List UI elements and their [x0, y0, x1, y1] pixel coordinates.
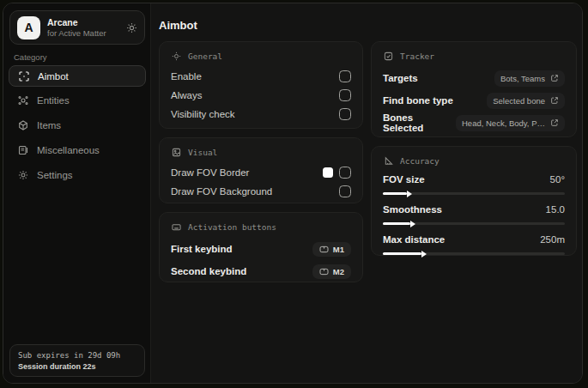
- expand-icon: [550, 118, 559, 127]
- setting-row-smoothness: Smoothness 15.0: [383, 202, 565, 225]
- fov-size-slider[interactable]: [383, 192, 565, 195]
- panel-title: General: [188, 52, 222, 61]
- sidebar-item-label: Entities: [37, 95, 70, 106]
- setting-row-targets: Targets Bots, Teams: [383, 67, 565, 89]
- setting-row-fov-size: FOV size 50°: [383, 172, 565, 195]
- select-value: Bots, Teams: [500, 74, 545, 83]
- panel-visual: Visual Draw FOV Border Draw FOV Backgrou…: [159, 137, 363, 203]
- fov-size-value: 50°: [550, 174, 565, 185]
- sidebar: A Arcane for Active Matter Category: [3, 3, 151, 383]
- list-book-icon: [17, 145, 28, 156]
- panel-tracker-header: Tracker: [383, 51, 565, 62]
- bones-selected-select[interactable]: Head, Neck, Body, Pe…: [456, 115, 565, 131]
- second-keybind-button[interactable]: M2: [312, 264, 351, 279]
- panel-tracker: Tracker Targets Bots, Teams Find bone ty…: [371, 41, 577, 137]
- setting-row-max-distance: Max distance 250m: [383, 232, 565, 255]
- select-value: Head, Neck, Body, Pe…: [462, 118, 545, 128]
- panel-accuracy-header: Accuracy: [383, 155, 565, 167]
- visibility-check-checkbox[interactable]: [339, 108, 351, 120]
- slider-fill: [383, 192, 407, 195]
- setting-label: Always: [171, 90, 202, 100]
- category-label: Category: [14, 52, 47, 62]
- setting-row-enable: Enable: [171, 67, 351, 86]
- mouse-icon: [319, 246, 329, 253]
- keybind-value: M2: [333, 267, 344, 276]
- panel-general-header: General: [171, 51, 351, 62]
- panel-visual-header: Visual: [171, 147, 351, 158]
- expand-icon: [550, 96, 559, 105]
- setting-label: Draw FOV Border: [171, 167, 249, 178]
- slider-fill: [383, 252, 421, 255]
- image-icon: [171, 147, 182, 158]
- setting-label: Draw FOV Background: [171, 186, 272, 197]
- setting-row-second-keybind: Second keybind M2: [171, 260, 351, 282]
- setting-row-first-keybind: First keybind M1: [171, 238, 351, 260]
- sidebar-item-items[interactable]: Items: [9, 114, 146, 136]
- crosshair-scan-icon: [18, 70, 29, 82]
- setting-row-bones-selected: Bones Selected Head, Neck, Body, Pe…: [383, 112, 565, 134]
- brand-text: Arcane for Active Matter: [47, 17, 119, 39]
- brand-name: Arcane: [47, 17, 119, 28]
- entities-icon: [17, 95, 28, 106]
- smoothness-value: 15.0: [546, 204, 565, 215]
- max-distance-slider[interactable]: [383, 252, 565, 255]
- keyboard-icon: [171, 221, 182, 233]
- session-duration-text: Session duration 22s: [18, 362, 136, 371]
- mouse-icon: [319, 268, 329, 276]
- sidebar-item-label: Items: [37, 120, 61, 130]
- app-window: A Arcane for Active Matter Category: [3, 3, 583, 384]
- panel-general: General Enable Always Visibility check: [159, 41, 363, 129]
- sidebar-item-entities[interactable]: Entities: [9, 89, 146, 112]
- setting-label: Enable: [171, 71, 202, 82]
- max-distance-value: 250m: [540, 234, 565, 245]
- brand-card: A Arcane for Active Matter: [9, 10, 145, 45]
- setting-row-draw-fov-background: Draw FOV Background: [171, 182, 351, 201]
- fov-border-color-swatch[interactable]: [323, 167, 333, 178]
- slider-fill: [383, 222, 410, 225]
- setting-label: Smoothness: [383, 204, 442, 215]
- panel-title: Visual: [188, 148, 217, 157]
- always-checkbox[interactable]: [339, 89, 351, 101]
- setting-label: FOV size: [383, 174, 425, 185]
- draw-fov-background-checkbox[interactable]: [339, 185, 351, 197]
- panel-accuracy: Accuracy FOV size 50° Smoothness 15.0: [371, 146, 577, 256]
- draw-fov-border-checkbox[interactable]: [339, 167, 351, 179]
- select-value: Selected bone: [493, 96, 545, 106]
- sidebar-item-settings[interactable]: Settings: [9, 164, 146, 186]
- setting-label: Find bone type: [383, 95, 453, 106]
- setting-label: Visibility check: [171, 109, 235, 119]
- sidebar-nav: Aimbot Entities Items: [9, 65, 146, 188]
- sub-expiry-text: Sub expires in 29d 09h: [18, 351, 136, 360]
- gear-icon[interactable]: [126, 22, 137, 33]
- sidebar-item-miscellaneous[interactable]: Miscellaneous: [9, 139, 146, 161]
- sidebar-item-label: Settings: [37, 170, 73, 180]
- target-check-icon: [383, 51, 394, 62]
- targets-select[interactable]: Bots, Teams: [494, 70, 565, 87]
- setting-label: Targets: [383, 73, 418, 83]
- setting-label: Bones Selected: [383, 112, 456, 133]
- enable-checkbox[interactable]: [339, 70, 351, 82]
- find-bone-type-select[interactable]: Selected bone: [487, 93, 565, 109]
- setting-row-always: Always: [171, 86, 351, 105]
- subscription-info-card: Sub expires in 29d 09h Session duration …: [9, 344, 145, 377]
- brand-subtitle: for Active Matter: [47, 28, 119, 39]
- brand-initial: A: [24, 21, 33, 34]
- keybind-value: M1: [333, 245, 344, 254]
- panel-title: Activation buttons: [188, 222, 276, 232]
- setting-row-visibility-check: Visibility check: [171, 105, 351, 124]
- sidebar-item-label: Miscellaneous: [37, 145, 100, 155]
- sidebar-item-aimbot[interactable]: Aimbot: [9, 65, 146, 87]
- setting-label: Max distance: [383, 234, 445, 245]
- sun-icon: [171, 51, 182, 62]
- setting-label: First keybind: [171, 244, 233, 254]
- panel-activation-header: Activation buttons: [171, 221, 351, 233]
- cube-icon: [17, 120, 28, 131]
- setting-row-draw-fov-border: Draw FOV Border: [171, 163, 351, 182]
- panel-title: Tracker: [400, 52, 434, 61]
- sidebar-item-label: Aimbot: [38, 71, 69, 82]
- setting-label: Second keybind: [171, 266, 246, 276]
- panel-activation-buttons: Activation buttons First keybind M1 Seco…: [159, 212, 363, 282]
- first-keybind-button[interactable]: M1: [312, 242, 351, 257]
- main-content: Aimbot General Enable Always: [151, 3, 582, 383]
- smoothness-slider[interactable]: [383, 222, 565, 225]
